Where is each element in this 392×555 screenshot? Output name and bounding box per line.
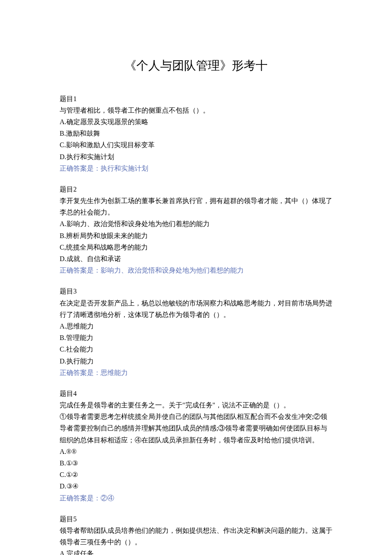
option-d: D.③④ <box>60 480 332 492</box>
question-prompt: 完成任务是领导者的主要任务之一。关于"完成任务"，说法不正确的是（）。 <box>60 399 332 411</box>
question-extra: ①领导者需要思考怎样统揽全局并使自己的团队与其他团队相互配合而不会发生冲突;②领… <box>60 411 332 446</box>
question-number: 题目2 <box>60 183 332 195</box>
question-5: 题目5 领导者帮助团队成员培养他们的能力，例如提供想法、作出决定和解决问题的能力… <box>60 513 332 555</box>
option-c: C.①② <box>60 469 332 480</box>
question-1: 题目1 与管理者相比，领导者工作的侧重点不包括（）。 A.确定愿景及实现愿景的策… <box>60 93 332 174</box>
question-number: 题目4 <box>60 388 332 399</box>
option-a: A.完成任务 <box>60 548 332 555</box>
option-b: B.激励和鼓舞 <box>60 128 332 139</box>
option-d: D.成就、自信和承诺 <box>60 253 332 264</box>
option-b: B.辨析局势和放眼未来的能力 <box>60 230 332 241</box>
option-b: B.①③ <box>60 457 332 469</box>
option-a: A.确定愿景及实现愿景的策略 <box>60 116 332 128</box>
correct-answer: 正确答案是：思维能力 <box>60 367 332 378</box>
correct-answer: 正确答案是：影响力、政治觉悟和设身处地为他们着想的能力 <box>60 264 332 276</box>
page-title: 《个人与团队管理》形考十 <box>60 55 332 76</box>
question-prompt: 与管理者相比，领导者工作的侧重点不包括（）。 <box>60 105 332 116</box>
option-c: C.社会能力 <box>60 343 332 355</box>
question-number: 题目5 <box>60 513 332 525</box>
option-a: A.®® <box>60 446 332 457</box>
option-c: C,统揽全局和战略思考的能力 <box>60 241 332 253</box>
question-3: 题目3 在决定是否开发新产品上，杨总以他敏锐的市场洞察力和战略思考能力，对目前市… <box>60 285 332 378</box>
option-b: B.管理能力 <box>60 332 332 343</box>
correct-answer: 正确答案是：②④ <box>60 492 332 504</box>
question-4: 题目4 完成任务是领导者的主要任务之一。关于"完成任务"，说法不正确的是（）。 … <box>60 388 332 504</box>
option-a: A.影响力、政治觉悟和设身处地为他们着想的能力 <box>60 218 332 230</box>
correct-answer: 正确答案是：执行和实施计划 <box>60 163 332 174</box>
option-a: A.思维能力 <box>60 320 332 332</box>
option-d: D.执行能力 <box>60 355 332 367</box>
question-number: 题目3 <box>60 285 332 297</box>
option-d: D.执行和实施计划 <box>60 151 332 163</box>
question-prompt: 在决定是否开发新产品上，杨总以他敏锐的市场洞察力和战略思考能力，对目前市场局势进… <box>60 297 332 320</box>
question-2: 题目2 李开复先生作为创新工场的董事长兼首席执行官，拥有超群的领导者才能，其中（… <box>60 183 332 276</box>
question-prompt: 领导者帮助团队成员培养他们的能力，例如提供想法、作出决定和解决问题的能力。这属于… <box>60 525 332 548</box>
question-prompt: 李开复先生作为创新工场的董事长兼首席执行官，拥有超群的领导者才能，其中（）体现了… <box>60 195 332 218</box>
option-c: C.影响和激励人们实现目标变革 <box>60 139 332 151</box>
question-number: 题目1 <box>60 93 332 105</box>
page-container: 《个人与团队管理》形考十 题目1 与管理者相比，领导者工作的侧重点不包括（）。 … <box>0 0 392 555</box>
